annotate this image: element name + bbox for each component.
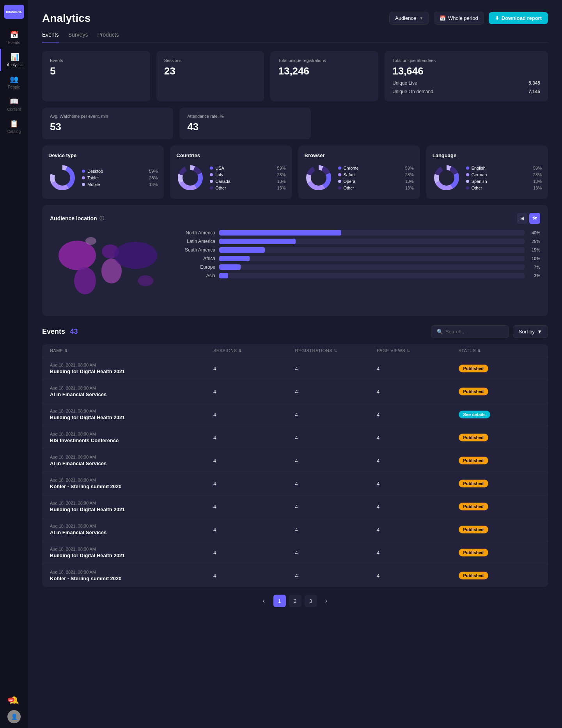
event-name: BIS Investments Conference: [50, 438, 213, 443]
grid-view-button[interactable]: ⊞: [517, 213, 528, 224]
status-cell: Published: [459, 480, 541, 487]
table-row[interactable]: Aug 18, 2021, 08:00 AM BIS Investments C…: [42, 426, 548, 449]
page-button-3[interactable]: 3: [305, 595, 317, 607]
page-views-cell: 4: [377, 573, 459, 579]
sidebar-item-catalog[interactable]: 📋 Catalog: [0, 115, 28, 138]
event-name: Building for Digital Health 2021: [50, 414, 213, 420]
bar-row: South America 15%: [176, 247, 540, 253]
events-table-header: Events 43 🔍 Sort by ▼: [42, 325, 548, 338]
download-button[interactable]: ⬇ Download report: [489, 12, 548, 24]
sidebar-item-events[interactable]: 📅 Events: [0, 27, 28, 49]
event-date: Aug 18, 2021, 08:00 AM: [50, 547, 213, 551]
bar-row: North America 40%: [176, 230, 540, 236]
table-row[interactable]: Aug 18, 2021, 08:00 AM Kohler - Sterling…: [42, 472, 548, 495]
legend-item: USA 59%: [210, 166, 285, 170]
tab-surveys[interactable]: Surveys: [68, 32, 88, 43]
sort-button[interactable]: Sort by ▼: [513, 325, 548, 338]
unique-ondemand-label: Unique On-demand: [392, 89, 433, 94]
analytics-tabs: Events Surveys Products: [42, 32, 548, 43]
countries-donut: [176, 164, 204, 192]
sessions-cell: 4: [213, 550, 295, 556]
registrations-cell: 4: [295, 550, 377, 556]
audience-selector[interactable]: Audience ▼: [389, 12, 429, 25]
browser-legend: Chrome 59% Safari 28% Opera 13%: [338, 166, 414, 190]
status-badge: Published: [459, 434, 489, 441]
page-button-2[interactable]: 2: [289, 595, 301, 607]
bar-background: [219, 239, 525, 244]
legend-item: Other 13%: [466, 186, 542, 190]
chevron-down-icon: ▼: [419, 16, 423, 20]
table-row[interactable]: Aug 18, 2021, 08:00 AM AI in Financial S…: [42, 380, 548, 403]
event-date: Aug 18, 2021, 08:00 AM: [50, 455, 213, 459]
status-cell: Published: [459, 457, 541, 464]
browser-chart-inner: Chrome 59% Safari 28% Opera 13%: [305, 164, 414, 192]
sessions-cell: 4: [213, 412, 295, 418]
sidebar-item-analytics[interactable]: 📊 Analytics: [0, 49, 28, 71]
map-view-button[interactable]: 🗺: [529, 213, 540, 224]
search-field[interactable]: [445, 329, 503, 335]
registrations-cell: 4: [295, 366, 377, 372]
page-views-cell: 4: [377, 504, 459, 510]
col-sessions: SESSIONS ⇅: [213, 348, 295, 353]
stat-watchtime-value: 53: [50, 121, 165, 133]
sidebar-item-content[interactable]: 📖 Content: [0, 93, 28, 115]
table-row[interactable]: Aug 18, 2021, 08:00 AM Building for Digi…: [42, 403, 548, 426]
legend-item: Spanish 13%: [466, 179, 542, 184]
registrations-cell: 4: [295, 573, 377, 579]
events-title-group: Events 43: [42, 328, 78, 336]
countries-chart-inner: USA 59% Italy 28% Canada 13%: [176, 164, 285, 192]
table-row[interactable]: Aug 18, 2021, 08:00 AM AI in Financial S…: [42, 518, 548, 541]
page-views-cell: 4: [377, 389, 459, 395]
status-badge: Published: [459, 365, 489, 372]
bar-label: South America: [176, 247, 215, 253]
table-row[interactable]: Aug 18, 2021, 08:00 AM Kohler - Sterling…: [42, 564, 548, 587]
table-row[interactable]: Aug 18, 2021, 08:00 AM AI in Financial S…: [42, 449, 548, 472]
registrations-cell: 4: [295, 527, 377, 533]
event-date: Aug 18, 2021, 08:00 AM: [50, 432, 213, 436]
sidebar-item-people[interactable]: 👥 People: [0, 71, 28, 93]
status-badge: See details: [459, 411, 490, 418]
tab-events[interactable]: Events: [42, 32, 59, 43]
registrations-cell: 4: [295, 435, 377, 441]
status-badge: Published: [459, 480, 489, 487]
next-page-button[interactable]: ›: [320, 595, 333, 607]
unique-ondemand-value: 7,145: [528, 89, 540, 94]
table-header-row: NAME ⇅ SESSIONS ⇅ REGISTRATIONS ⇅ PAGE V…: [42, 344, 548, 357]
bar-background: [219, 256, 525, 261]
page-views-cell: 4: [377, 412, 459, 418]
stat-att-sub: Unique Live 5,345: [392, 80, 540, 86]
sessions-cell: 4: [213, 527, 295, 533]
sessions-cell: 4: [213, 366, 295, 372]
stat-watchtime-label: Avg. Watchtime per event, min: [50, 114, 165, 119]
status-badge: Published: [459, 457, 489, 464]
user-avatar[interactable]: 👤: [7, 710, 21, 723]
tab-products[interactable]: Products: [97, 32, 119, 43]
stat-attendance: Attendance rate, % 43: [179, 108, 310, 139]
stat-att-label: Total unique attendees: [392, 58, 540, 63]
table-row[interactable]: Aug 18, 2021, 08:00 AM Building for Digi…: [42, 495, 548, 518]
period-selector[interactable]: 📅 Whole period: [434, 12, 484, 25]
sidebar-item-label: Analytics: [7, 63, 22, 67]
stat-watchtime: Avg. Watchtime per event, min 53: [42, 108, 173, 139]
prev-page-button[interactable]: ‹: [258, 595, 270, 607]
page-button-1[interactable]: 1: [273, 595, 286, 607]
analytics-icon: 📊: [11, 53, 19, 61]
main-content: Analytics Audience ▼ 📅 Whole period ⬇ Do…: [28, 0, 562, 728]
bar-percentage: 15%: [528, 248, 540, 252]
location-title: Audience location ⓘ: [50, 215, 104, 222]
legend-item: German 28%: [466, 172, 542, 177]
status-cell: Published: [459, 549, 541, 556]
bar-background: [219, 247, 525, 253]
bar-row: Asia 3%: [176, 273, 540, 278]
event-name-cell: Aug 18, 2021, 08:00 AM Building for Digi…: [50, 547, 213, 558]
status-cell: Published: [459, 526, 541, 533]
table-row[interactable]: Aug 18, 2021, 08:00 AM Building for Digi…: [42, 541, 548, 564]
search-input-wrapper[interactable]: 🔍: [431, 325, 509, 338]
svg-point-19: [114, 242, 157, 269]
stat-events: Events 5: [42, 51, 150, 101]
table-row[interactable]: Aug 18, 2021, 08:00 AM Building for Digi…: [42, 357, 548, 380]
status-cell: Published: [459, 503, 541, 510]
notification-bell[interactable]: 🔔 12: [9, 695, 19, 705]
device-chart-card: Device type Desktop 59%: [42, 145, 164, 199]
brand-logo: BRANDLIVE: [4, 5, 24, 19]
